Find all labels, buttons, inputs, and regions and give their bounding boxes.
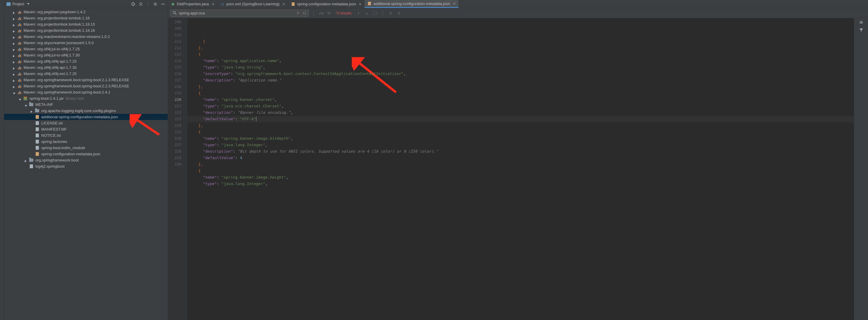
line-number[interactable]: 215 — [168, 64, 181, 71]
tree-arrow-icon[interactable] — [25, 165, 28, 168]
line-number[interactable]: 229 — [168, 155, 181, 161]
line-number[interactable]: 217 — [168, 77, 181, 83]
line-number[interactable]: 209 — [168, 25, 181, 32]
line-number[interactable]: 208 — [168, 19, 181, 25]
line-number-gutter[interactable]: 2082092102112122132142152162172182192202… — [168, 18, 187, 320]
minimize-icon[interactable] — [161, 2, 165, 6]
code-line[interactable]: "sourceType": "org.springframework.boot.… — [187, 71, 854, 77]
tree-item[interactable]: org.springframework.boot — [4, 157, 168, 163]
code-line[interactable]: "defaultValue": 4 — [187, 155, 854, 161]
code-line[interactable]: { — [187, 168, 854, 174]
code-line[interactable]: "name": "spring.application.name", — [187, 58, 854, 64]
editor-tab[interactable]: spring-configuration-metadata.json× — [288, 0, 365, 8]
next-match-icon[interactable]: ↓ — [365, 11, 369, 15]
tree-arrow-icon[interactable] — [31, 116, 34, 118]
tree-item[interactable]: Maven: org.springframework.boot:spring-b… — [4, 89, 168, 95]
code-line[interactable]: "type": "java.lang.Integer", — [187, 142, 854, 148]
code-line[interactable]: } — [187, 38, 854, 45]
code-editor[interactable]: } }, { "name": "spring.application.name"… — [187, 18, 854, 320]
prev-match-icon[interactable]: ↑ — [356, 11, 361, 15]
line-number[interactable]: 220 — [168, 97, 181, 103]
code-line[interactable]: "description": "Bit depth to use for ANS… — [187, 148, 854, 155]
tree-item[interactable]: Maven: org.slf4j:jul-to-slf4j:1.7.30 — [4, 52, 168, 58]
tree-arrow-icon[interactable] — [31, 122, 34, 125]
tree-arrow-icon[interactable] — [13, 41, 16, 44]
tree-arrow-icon[interactable] — [13, 35, 16, 38]
line-number[interactable]: 221 — [168, 103, 181, 109]
line-number[interactable]: 228 — [168, 148, 181, 155]
editor-tab[interactable]: CDidiProperties.java× — [168, 0, 217, 8]
line-number[interactable]: 223 — [168, 116, 181, 122]
tree-item[interactable]: Maven: org.slf4j:slf4j-ext:1.7.25 — [4, 71, 168, 77]
code-line[interactable]: { — [187, 51, 854, 58]
tree-item[interactable]: Maven: org.slf4j:slf4j-api:1.7.25 — [4, 58, 168, 64]
regex-toggle[interactable]: .* — [334, 11, 337, 15]
line-number[interactable]: 218 — [168, 83, 181, 90]
code-line[interactable]: "type": "java.lang.Integer", — [187, 181, 854, 187]
code-line[interactable]: }, — [187, 83, 854, 90]
line-number[interactable]: 224 — [168, 122, 181, 129]
tree-arrow-icon[interactable] — [31, 134, 34, 137]
tree-arrow-icon[interactable] — [13, 85, 16, 87]
line-number[interactable]: 227 — [168, 142, 181, 148]
close-tab-icon[interactable]: × — [359, 2, 361, 6]
tree-item[interactable]: spring.factories — [4, 139, 168, 145]
tree-arrow-icon[interactable] — [13, 23, 16, 26]
line-number[interactable]: 225 — [168, 129, 181, 135]
code-line[interactable]: }, — [187, 45, 854, 51]
tree-item[interactable]: Maven: org.slf4j:slf4j-api:1.7.30 — [4, 64, 168, 71]
tree-item[interactable]: spring-boot.kotlin_module — [4, 145, 168, 151]
code-line[interactable]: { — [187, 90, 854, 97]
close-tab-icon[interactable]: × — [283, 2, 285, 6]
tree-arrow-icon[interactable] — [13, 54, 16, 57]
view-options-icon[interactable] — [859, 20, 864, 25]
tree-item[interactable]: LICENSE.txt — [4, 120, 168, 126]
select-all-icon[interactable] — [373, 11, 377, 15]
line-number[interactable]: 226 — [168, 135, 181, 142]
tree-item[interactable]: Maven: org.springframework.boot:spring-b… — [4, 83, 168, 89]
tree-item[interactable]: MANIFEST.MF — [4, 126, 168, 132]
tree-item[interactable]: Maven: org.projectlombok:lombok:1.18 — [4, 15, 168, 21]
tree-arrow-icon[interactable] — [13, 17, 16, 20]
tree-arrow-icon[interactable] — [25, 159, 28, 162]
close-tab-icon[interactable]: × — [212, 2, 214, 6]
tree-arrow-icon[interactable] — [13, 48, 16, 50]
tree-item[interactable]: spring-boot-2.4.1.jarlibrary root — [4, 95, 168, 102]
code-line[interactable]: "description": "Banner file encoding.", — [187, 109, 854, 116]
code-line[interactable]: "name": "spring.banner.image.height", — [187, 174, 854, 181]
find-input[interactable] — [179, 11, 294, 15]
match-case-toggle[interactable]: Aa — [319, 11, 324, 15]
line-number[interactable]: 212 — [168, 45, 181, 51]
tree-item[interactable]: additional-spring-configuration-metadata… — [4, 114, 168, 120]
gear-icon[interactable] — [153, 2, 158, 6]
tree-arrow-icon[interactable] — [25, 103, 28, 106]
code-line[interactable]: "description": "Application name." — [187, 77, 854, 83]
tree-arrow-icon[interactable] — [13, 91, 16, 94]
code-line[interactable]: }, — [187, 161, 854, 168]
collapse-all-icon[interactable] — [138, 2, 143, 6]
tree-item[interactable]: Maven: org.projectlombok:lombok:1.18.10 — [4, 21, 168, 27]
filter-icon[interactable] — [859, 28, 864, 32]
project-tree[interactable]: Maven: org.pegdown:pegdown:1.4.2Maven: o… — [4, 8, 168, 320]
tree-item[interactable]: Maven: org.pegdown:pegdown:1.4.2 — [4, 9, 168, 15]
whole-word-toggle[interactable]: W — [327, 11, 331, 15]
tree-arrow-icon[interactable] — [13, 29, 16, 32]
add-selection-icon[interactable] — [388, 11, 393, 15]
tree-arrow-icon[interactable] — [31, 109, 34, 112]
tree-arrow-icon[interactable] — [31, 153, 34, 155]
tree-item[interactable]: Maven: org.reactivestreams:reactive-stre… — [4, 34, 168, 40]
tree-arrow-icon[interactable] — [31, 128, 34, 131]
tree-arrow-icon[interactable] — [31, 146, 34, 149]
tree-item[interactable]: NOTICE.txt — [4, 132, 168, 139]
close-tab-icon[interactable]: × — [453, 1, 456, 6]
tree-item[interactable]: log4j2.springboot — [4, 163, 168, 169]
clear-search-icon[interactable]: ✕ — [296, 11, 300, 15]
code-line[interactable]: "type": "java.nio.charset.Charset", — [187, 103, 854, 109]
code-line[interactable]: "defaultValue": "UTF-8" — [187, 116, 854, 122]
search-history-icon[interactable] — [302, 11, 307, 15]
tree-item[interactable]: META-INF — [4, 102, 168, 108]
code-line[interactable]: { — [187, 129, 854, 135]
tree-arrow-icon[interactable] — [13, 78, 16, 81]
tree-arrow-icon[interactable] — [31, 140, 34, 143]
line-number[interactable]: 210 — [168, 32, 181, 38]
